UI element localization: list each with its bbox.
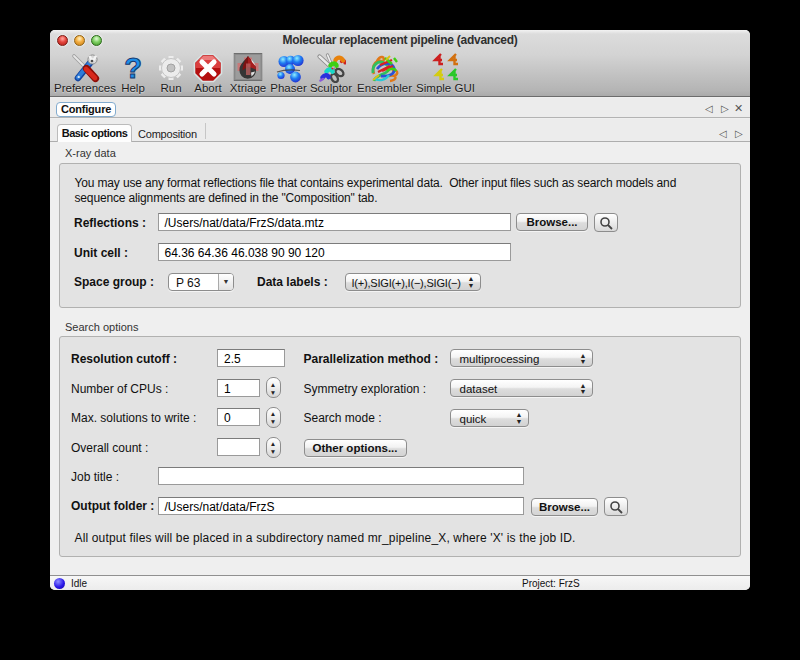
svg-text:?: ? (124, 53, 142, 83)
